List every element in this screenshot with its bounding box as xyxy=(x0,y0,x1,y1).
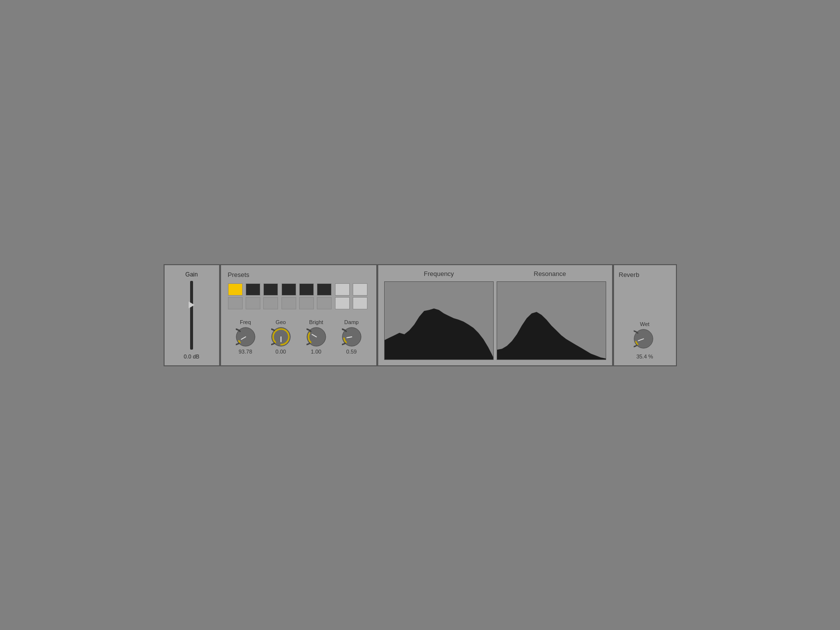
resonance-label: Resonance xyxy=(534,270,566,277)
preset-grid xyxy=(228,283,369,309)
fader-track[interactable] xyxy=(190,281,193,350)
knob-label-geo: Geo xyxy=(276,319,286,325)
knob-group-geo: Geo 0.00 xyxy=(271,319,291,355)
preset-cell-8[interactable] xyxy=(228,297,243,309)
visualizer-row xyxy=(384,281,606,360)
preset-cell-15[interactable] xyxy=(353,297,367,309)
knob-label-freq: Freq xyxy=(240,319,251,325)
knob-label-bright: Bright xyxy=(309,319,323,325)
freq-header: Frequency Resonance xyxy=(384,270,606,277)
knob-group-damp: Damp 0.59 xyxy=(342,319,362,355)
gain-label: Gain xyxy=(185,271,197,278)
presets-title: Presets xyxy=(228,271,369,278)
preset-cell-11[interactable] xyxy=(281,297,296,309)
preset-cell-13[interactable] xyxy=(317,297,332,309)
preset-cell-2[interactable] xyxy=(263,283,278,296)
knob-group-freq: Freq 93.78 xyxy=(236,319,255,355)
knob-value-freq: 93.78 xyxy=(239,349,252,355)
reverb-panel: Reverb Wet 35.4 % xyxy=(613,264,677,366)
preset-cell-10[interactable] xyxy=(263,297,278,309)
preset-cell-4[interactable] xyxy=(299,283,314,296)
preset-cell-6[interactable] xyxy=(335,283,350,296)
knob-damp[interactable] xyxy=(342,327,362,347)
knob-value-bright: 1.00 xyxy=(311,349,321,355)
plugin-container: Gain 0.0 dB Presets Freq 93.78Geo 0.00Br… xyxy=(164,264,677,366)
frequency-label: Frequency xyxy=(424,270,454,277)
preset-cell-9[interactable] xyxy=(246,297,260,309)
preset-cell-3[interactable] xyxy=(281,283,296,296)
gain-panel: Gain 0.0 dB xyxy=(164,264,220,366)
knob-geo[interactable] xyxy=(271,327,291,347)
knob-value-geo: 0.00 xyxy=(276,349,286,355)
knob-group-bright: Bright 1.00 xyxy=(307,319,326,355)
resonance-visualizer xyxy=(497,281,606,360)
preset-cell-0[interactable] xyxy=(228,283,243,296)
freq-panel: Frequency Resonance xyxy=(377,264,613,366)
wet-value: 35.4 % xyxy=(636,354,653,359)
knobs-row: Freq 93.78Geo 0.00Bright 1.00Damp 0.59 xyxy=(228,319,369,355)
presets-panel: Presets Freq 93.78Geo 0.00Bright 1.00Dam… xyxy=(220,264,377,366)
fader-area[interactable] xyxy=(190,281,193,350)
knob-label-damp: Damp xyxy=(344,319,359,325)
preset-cell-12[interactable] xyxy=(299,297,314,309)
knob-value-damp: 0.59 xyxy=(346,349,357,355)
knob-freq[interactable] xyxy=(236,327,255,347)
wet-group: Wet 35.4 % xyxy=(634,321,656,359)
knob-bright[interactable] xyxy=(307,327,326,347)
frequency-visualizer xyxy=(384,281,494,360)
wet-knob[interactable] xyxy=(634,329,656,352)
preset-cell-14[interactable] xyxy=(335,297,350,309)
reverb-title: Reverb xyxy=(619,271,640,278)
preset-cell-7[interactable] xyxy=(353,283,367,296)
preset-cell-1[interactable] xyxy=(246,283,260,296)
preset-cell-5[interactable] xyxy=(317,283,332,296)
gain-value: 0.0 dB xyxy=(184,354,199,359)
wet-label: Wet xyxy=(640,321,649,327)
fader-thumb[interactable] xyxy=(189,301,195,308)
